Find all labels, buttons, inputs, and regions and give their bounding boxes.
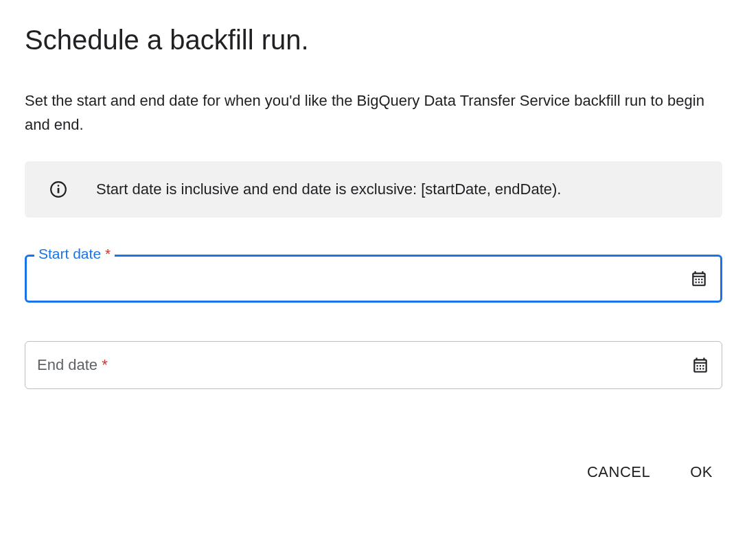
calendar-icon[interactable]: [691, 356, 709, 374]
info-box: Start date is inclusive and end date is …: [25, 161, 722, 218]
start-date-input[interactable]: [41, 271, 690, 287]
start-date-label: Start date *: [34, 246, 115, 262]
calendar-icon[interactable]: [690, 270, 708, 288]
svg-point-2: [58, 185, 60, 187]
info-text: Start date is inclusive and end date is …: [96, 180, 561, 198]
cancel-button[interactable]: CANCEL: [584, 458, 653, 487]
ok-button[interactable]: OK: [687, 458, 715, 487]
start-date-field[interactable]: Start date *: [25, 255, 722, 303]
dialog-actions: CANCEL OK: [25, 458, 722, 487]
info-icon: [49, 180, 67, 198]
required-asterisk: *: [102, 356, 108, 373]
dialog-title: Schedule a backfill run.: [25, 25, 722, 56]
end-date-input[interactable]: [39, 358, 691, 373]
end-date-label: End date *: [37, 356, 108, 374]
dialog-description: Set the start and end date for when you'…: [25, 89, 722, 137]
end-date-field[interactable]: End date *: [25, 341, 722, 389]
required-asterisk: *: [105, 246, 111, 261]
